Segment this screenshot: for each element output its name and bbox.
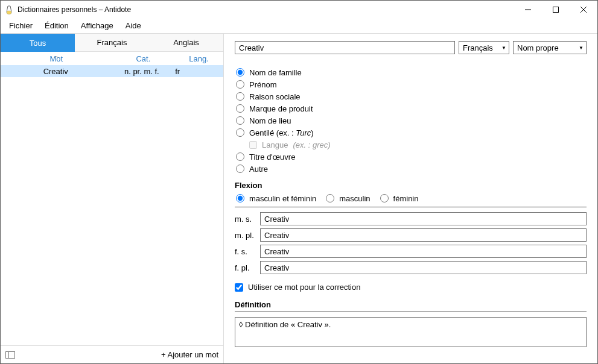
word-type-radios: Nom de famille Prénom Raison sociale Mar… bbox=[235, 66, 587, 175]
tab-tous[interactable]: Tous bbox=[1, 34, 75, 52]
cell-cat: n. pr. m. f. bbox=[111, 67, 173, 76]
svg-rect-1 bbox=[553, 7, 559, 13]
radio-titre[interactable]: Titre d'œuvre bbox=[235, 151, 587, 163]
flexion-radios: masculin et féminin masculin féminin bbox=[235, 192, 587, 204]
definition-box[interactable]: ◊ Définition de « Creativ ». bbox=[235, 317, 587, 347]
menubar: Fichier Édition Affichage Aide bbox=[1, 19, 597, 33]
language-combo[interactable]: Français ▼ bbox=[459, 41, 509, 54]
radio-gentile[interactable]: Gentilé (ex. : Turc) bbox=[235, 127, 587, 139]
label-fpl: f. pl. bbox=[235, 263, 260, 272]
label-ms: m. s. bbox=[235, 215, 260, 224]
table-row[interactable]: Creativ n. pr. m. f. fr bbox=[1, 65, 223, 77]
radio-marque[interactable]: Marque de produit bbox=[235, 102, 587, 115]
definition-title: Définition bbox=[235, 300, 587, 309]
menu-aide[interactable]: Aide bbox=[119, 19, 147, 32]
cell-mot: Creativ bbox=[1, 67, 111, 76]
radio-nom-famille[interactable]: Nom de famille bbox=[235, 66, 587, 78]
word-input[interactable] bbox=[235, 41, 455, 54]
cell-lang: fr bbox=[173, 67, 223, 76]
chevron-down-icon: ▼ bbox=[499, 45, 506, 51]
close-button[interactable] bbox=[570, 1, 597, 19]
menu-fichier[interactable]: Fichier bbox=[3, 19, 39, 32]
input-fpl[interactable] bbox=[260, 261, 587, 274]
input-fs[interactable] bbox=[260, 245, 587, 258]
menu-edition[interactable]: Édition bbox=[39, 19, 75, 32]
right-panel: Français ▼ Nom propre ▼ Nom de famille P… bbox=[224, 34, 597, 363]
radio-raison-sociale[interactable]: Raison sociale bbox=[235, 90, 587, 102]
radio-nom-lieu[interactable]: Nom de lieu bbox=[235, 115, 587, 127]
radio-masc[interactable]: masculin bbox=[325, 192, 370, 204]
label-mpl: m. pl. bbox=[235, 231, 260, 240]
table-header: ︿ Mot Cat. Lang. bbox=[1, 52, 223, 65]
type-combo[interactable]: Nom propre ▼ bbox=[513, 41, 587, 54]
radio-prenom[interactable]: Prénom bbox=[235, 78, 587, 90]
label-fs: f. s. bbox=[235, 247, 260, 256]
word-table: ︿ Mot Cat. Lang. Creativ n. pr. m. f. fr bbox=[1, 52, 223, 345]
col-cat[interactable]: Cat. bbox=[112, 54, 175, 63]
language-tabs: Tous Français Anglais bbox=[1, 34, 223, 52]
input-mpl[interactable] bbox=[260, 228, 587, 242]
left-panel: Tous Français Anglais ︿ Mot Cat. Lang. C… bbox=[1, 34, 224, 363]
app-icon bbox=[4, 5, 14, 14]
radio-autre[interactable]: Autre bbox=[235, 163, 587, 175]
tab-francais[interactable]: Français bbox=[75, 34, 149, 52]
correction-checkbox[interactable]: Utiliser ce mot pour la correction bbox=[235, 283, 587, 292]
radio-masc-fem[interactable]: masculin et féminin bbox=[235, 192, 316, 204]
window: Dictionnaires personnels – Antidote Fich… bbox=[0, 0, 598, 364]
chevron-down-icon: ▼ bbox=[576, 45, 584, 51]
panel-toggle-icon[interactable] bbox=[5, 351, 15, 359]
flexion-title: Flexion bbox=[235, 181, 587, 190]
sort-icon: ︿ bbox=[54, 52, 59, 60]
langue-checkbox: Langue (ex. : grec) bbox=[249, 139, 587, 151]
maximize-button[interactable] bbox=[542, 1, 570, 19]
radio-fem[interactable]: féminin bbox=[379, 192, 419, 204]
tab-anglais[interactable]: Anglais bbox=[149, 34, 223, 52]
left-footer: + Ajouter un mot bbox=[1, 345, 223, 363]
col-lang[interactable]: Lang. bbox=[174, 54, 223, 63]
titlebar: Dictionnaires personnels – Antidote bbox=[1, 1, 597, 19]
add-word-button[interactable]: + Ajouter un mot bbox=[161, 350, 218, 359]
col-mot[interactable]: ︿ Mot bbox=[1, 54, 112, 63]
window-title: Dictionnaires personnels – Antidote bbox=[17, 5, 514, 14]
menu-affichage[interactable]: Affichage bbox=[75, 19, 119, 32]
input-ms[interactable] bbox=[260, 212, 587, 225]
minimize-button[interactable] bbox=[514, 1, 542, 19]
